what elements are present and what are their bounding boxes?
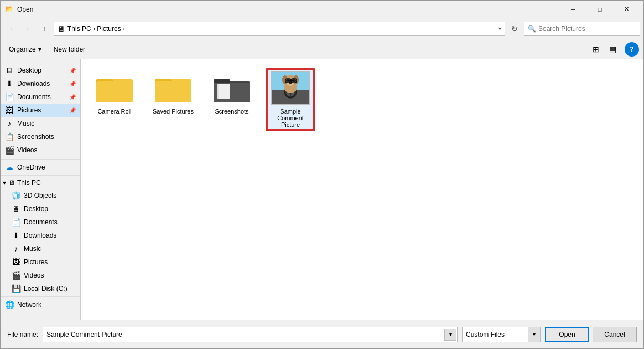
screenshots-icon: 📋 <box>5 132 14 141</box>
view-large-icons-button[interactable]: ⊞ <box>588 42 604 57</box>
sidebar-item-3dobjects[interactable]: 🧊 3D Objects <box>1 189 80 202</box>
onedrive-icon: ☁ <box>5 163 14 172</box>
file-label: Camera Roll <box>97 108 131 115</box>
back-button[interactable]: ‹ <box>4 22 18 36</box>
open-dialog: 📂 Open ─ □ ✕ ‹ › ↑ 🖥 This PC › Pictures … <box>0 0 644 349</box>
sidebar-item-label: Music <box>17 120 34 127</box>
sidebar-item-network[interactable]: 🌐 Network <box>1 298 80 311</box>
documents-icon: 📄 <box>5 93 14 101</box>
help-button[interactable]: ? <box>625 42 639 57</box>
pin-icon: 📌 <box>69 81 76 87</box>
address-bar-row: ‹ › ↑ 🖥 This PC › Pictures › ▾ ↻ 🔍 <box>1 18 643 39</box>
downloads2-icon: ⬇ <box>12 231 20 240</box>
sidebar-item-desktop2[interactable]: 🖥 Desktop <box>1 202 80 215</box>
sidebar-item-label: Pictures <box>17 106 41 114</box>
new-folder-label: New folder <box>54 45 85 53</box>
sidebar-item-label: Network <box>17 301 41 309</box>
view-buttons: ⊞ ▤ <box>588 42 620 57</box>
refresh-button[interactable]: ↻ <box>507 22 522 36</box>
sidebar-item-videos[interactable]: 🎬 Videos <box>1 143 80 157</box>
pictures2-icon: 🖼 <box>12 258 20 266</box>
sidebar-item-screenshots[interactable]: 📋 Screenshots <box>1 130 80 143</box>
videos-icon: 🎬 <box>5 146 14 155</box>
path-icon: 🖥 <box>58 24 65 33</box>
maximize-button[interactable]: □ <box>587 1 612 18</box>
sidebar-item-downloads[interactable]: ⬇ Downloads 📌 <box>1 77 80 90</box>
search-icon: 🔍 <box>528 25 536 33</box>
action-buttons: Open Cancel <box>545 327 637 342</box>
address-dropdown-button[interactable]: ▾ <box>498 25 501 32</box>
filetype-label: Custom Files <box>466 331 505 338</box>
filetype-dropdown-button[interactable]: ▾ <box>528 327 541 342</box>
sidebar-item-label: Desktop <box>17 66 41 74</box>
pictures-icon: 🖼 <box>5 106 14 115</box>
cancel-button[interactable]: Cancel <box>593 327 637 342</box>
open-button[interactable]: Open <box>545 327 589 342</box>
file-label: Screenshots <box>215 108 248 115</box>
sidebar-item-label: OneDrive <box>17 163 45 171</box>
videos2-icon: 🎬 <box>12 271 20 280</box>
organize-button[interactable]: Organize ▾ <box>5 42 45 57</box>
search-field[interactable]: 🔍 <box>524 22 640 36</box>
file-item-camera-roll[interactable]: Camera Roll <box>90 68 139 131</box>
network-icon: 🌐 <box>5 300 14 309</box>
bottom-bar: File name: ▾ Custom Files ▾ Open Cancel <box>1 320 643 348</box>
localdisk-icon: 💾 <box>12 284 20 293</box>
pin-icon: 📌 <box>69 94 76 100</box>
sidebar-item-onedrive[interactable]: ☁ OneDrive <box>1 161 80 174</box>
title-bar-controls: ─ □ ✕ <box>560 1 639 18</box>
sidebar-item-pictures[interactable]: 🖼 Pictures 📌 <box>1 104 80 117</box>
sidebar: 🖥 Desktop 📌 ⬇ Downloads 📌 📄 Documents 📌 … <box>1 59 81 320</box>
forward-button[interactable]: › <box>20 22 35 36</box>
sidebar-item-label: Videos <box>17 146 37 154</box>
filetype-field: Custom Files <box>462 327 528 342</box>
search-input[interactable] <box>538 25 636 33</box>
svg-rect-5 <box>155 81 191 102</box>
sidebar-item-videos2[interactable]: 🎬 Videos <box>1 269 80 282</box>
address-field[interactable]: 🖥 This PC › Pictures › ▾ <box>54 22 505 36</box>
sidebar-item-documents[interactable]: 📄 Documents 📌 <box>1 90 80 104</box>
thumbnail-container <box>271 71 310 105</box>
filetype-select-wrap: Custom Files ▾ <box>462 327 541 342</box>
file-item-saved-pictures[interactable]: Saved Pictures <box>148 68 198 131</box>
sidebar-item-documents2[interactable]: 📄 Documents <box>1 215 80 229</box>
new-folder-button[interactable]: New folder <box>50 42 89 57</box>
sidebar-item-label: Downloads <box>17 80 50 88</box>
filename-input-wrap: ▾ <box>43 327 458 342</box>
sidebar-item-label: Downloads <box>24 232 56 239</box>
sidebar-divider-1 <box>1 159 80 160</box>
close-button[interactable]: ✕ <box>614 1 639 18</box>
file-label: Saved Pictures <box>153 108 194 115</box>
path-text: This PC › Pictures › <box>67 25 496 33</box>
file-item-sample-comment-picture[interactable]: Sample Comment Picture <box>266 68 315 131</box>
sidebar-item-label: Desktop <box>24 205 48 213</box>
sidebar-item-desktop[interactable]: 🖥 Desktop 📌 <box>1 64 80 77</box>
minimize-button[interactable]: ─ <box>560 1 586 18</box>
this-pc-header[interactable]: ▾ 🖥 This PC <box>1 177 80 189</box>
sidebar-item-label: Local Disk (C:) <box>24 285 67 292</box>
this-pc-chevron: ▾ <box>3 179 6 187</box>
sidebar-item-music2[interactable]: ♪ Music <box>1 242 80 255</box>
up-button[interactable]: ↑ <box>37 22 51 36</box>
file-item-screenshots[interactable]: Screenshots <box>207 68 257 131</box>
svg-rect-2 <box>96 81 133 102</box>
sidebar-item-pictures2[interactable]: 🖼 Pictures <box>1 255 80 269</box>
file-label: Sample Comment Picture <box>269 108 312 128</box>
svg-rect-10 <box>219 84 230 99</box>
main-area: 🖥 Desktop 📌 ⬇ Downloads 📌 📄 Documents 📌 … <box>1 59 643 320</box>
view-details-button[interactable]: ▤ <box>605 42 620 57</box>
sidebar-item-label: Screenshots <box>17 133 54 141</box>
sidebar-item-music[interactable]: ♪ Music <box>1 117 80 130</box>
organize-label: Organize <box>9 45 36 53</box>
sidebar-item-downloads2[interactable]: ⬇ Downloads <box>1 229 80 242</box>
desktop-icon: 🖥 <box>5 66 14 75</box>
window-title: Open <box>17 6 560 13</box>
this-pc-icon: 🖥 <box>8 179 15 187</box>
sidebar-item-localdisk[interactable]: 💾 Local Disk (C:) <box>1 282 80 295</box>
folder-icon-screenshots <box>212 71 251 105</box>
downloads-icon: ⬇ <box>5 79 14 88</box>
filename-input[interactable] <box>43 327 458 342</box>
sidebar-item-label: Music <box>24 245 41 253</box>
filename-dropdown-button[interactable]: ▾ <box>444 329 456 341</box>
sidebar-divider-3 <box>1 296 80 297</box>
